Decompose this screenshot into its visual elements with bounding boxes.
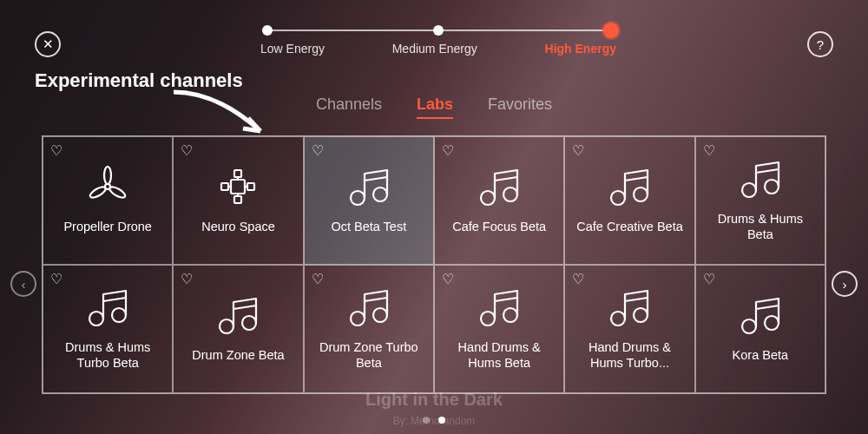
channel-label: Drum Zone Beta — [187, 347, 289, 363]
channel-label: Hand Drums & Hums Turbo... — [569, 339, 690, 371]
neuro-icon — [216, 163, 260, 210]
channel-label: Propeller Drone — [58, 219, 157, 234]
svg-line-30 — [233, 306, 256, 309]
svg-rect-7 — [221, 183, 228, 190]
channel-card[interactable]: ♡Cafe Creative Beta — [564, 136, 694, 265]
svg-point-35 — [503, 308, 517, 322]
svg-point-40 — [742, 319, 756, 333]
music-icon — [214, 292, 261, 339]
svg-point-13 — [351, 191, 365, 205]
svg-point-26 — [112, 308, 126, 322]
channel-card[interactable]: ♡Propeller Drone — [43, 136, 173, 265]
channel-card[interactable]: ♡Cafe Focus Beta — [434, 136, 564, 265]
channel-label: Hand Drums & Hums Beta — [438, 339, 560, 371]
slider-label-medium: Medium Energy — [392, 42, 477, 56]
channel-label: Kora Beta — [727, 347, 794, 363]
svg-line-42 — [756, 306, 779, 309]
next-page-button[interactable]: › — [832, 271, 858, 297]
svg-line-33 — [365, 298, 387, 301]
channel-label: Drums & Hums Beta — [700, 211, 821, 242]
svg-line-18 — [495, 177, 517, 181]
channel-card[interactable]: ♡Drum Zone Turbo Beta — [304, 265, 434, 393]
channel-card[interactable]: ♡Drums & Hums Turbo Beta — [43, 265, 173, 393]
svg-point-17 — [503, 187, 517, 201]
music-icon — [606, 163, 653, 210]
favorite-icon[interactable]: ♡ — [572, 271, 584, 287]
propeller-icon — [86, 163, 129, 210]
slider-stop-low[interactable] — [262, 25, 273, 36]
svg-line-27 — [103, 298, 126, 301]
slider-stop-high[interactable] — [603, 23, 619, 38]
favorite-icon[interactable]: ♡ — [442, 271, 454, 287]
music-icon — [476, 284, 523, 331]
channel-card[interactable]: ♡Oct Beta Test — [304, 136, 434, 265]
channel-card[interactable]: ♡Hand Drums & Hums Beta — [434, 265, 564, 393]
svg-point-38 — [634, 308, 648, 322]
prev-page-button[interactable]: ‹ — [10, 271, 36, 297]
channel-card[interactable]: ♡Drums & Hums Beta — [695, 136, 825, 265]
channel-label: Drum Zone Turbo Beta — [308, 339, 430, 371]
favorite-icon[interactable]: ♡ — [50, 271, 62, 287]
channel-grid: ♡Propeller Drone♡Neuro Space♡Oct Beta Te… — [42, 135, 826, 394]
svg-point-29 — [242, 316, 256, 330]
pager-dot[interactable] — [423, 417, 430, 424]
channel-label: Drums & Hums Turbo Beta — [47, 339, 168, 371]
favorite-icon[interactable]: ♡ — [703, 142, 715, 159]
svg-line-39 — [625, 298, 648, 301]
svg-point-32 — [373, 308, 387, 322]
music-icon — [345, 284, 392, 331]
slider-stop-medium[interactable] — [433, 25, 444, 36]
favorite-icon[interactable]: ♡ — [181, 271, 193, 287]
favorite-icon[interactable]: ♡ — [312, 142, 324, 159]
music-icon — [84, 284, 131, 331]
music-icon — [476, 163, 523, 210]
svg-point-20 — [634, 187, 648, 201]
close-button[interactable]: ✕ — [35, 31, 61, 57]
tab-bar: ChannelsLabsFavorites — [0, 95, 868, 119]
channel-card[interactable]: ♡Hand Drums & Hums Turbo... — [564, 265, 694, 393]
svg-rect-8 — [247, 183, 254, 190]
energy-slider[interactable]: Low Energy Medium Energy High Energy — [260, 24, 616, 56]
svg-point-16 — [481, 191, 495, 205]
tab-favorites[interactable]: Favorites — [488, 95, 552, 119]
svg-line-24 — [756, 169, 779, 173]
help-button[interactable]: ? — [807, 31, 833, 57]
favorite-icon[interactable]: ♡ — [50, 142, 62, 159]
svg-point-31 — [351, 312, 365, 326]
svg-point-19 — [611, 191, 625, 205]
svg-line-36 — [495, 298, 517, 301]
music-icon — [606, 284, 653, 331]
pager-dot[interactable] — [438, 417, 445, 424]
svg-point-41 — [765, 316, 779, 330]
music-icon — [737, 155, 784, 202]
svg-rect-5 — [234, 170, 241, 177]
channel-label: Neuro Space — [196, 219, 280, 234]
channel-label: Oct Beta Test — [326, 219, 411, 234]
channel-card[interactable]: ♡Neuro Space — [173, 136, 303, 265]
svg-point-23 — [765, 180, 779, 194]
favorite-icon[interactable]: ♡ — [703, 271, 715, 287]
svg-rect-4 — [231, 180, 245, 194]
channel-label: Cafe Creative Beta — [571, 219, 688, 234]
svg-point-34 — [481, 312, 495, 326]
music-icon — [345, 163, 392, 210]
svg-point-14 — [373, 187, 387, 201]
slider-label-high: High Energy — [545, 42, 616, 56]
channel-label: Cafe Focus Beta — [447, 219, 551, 234]
channel-card[interactable]: ♡Drum Zone Beta — [173, 265, 303, 393]
svg-point-1 — [104, 167, 111, 184]
slider-label-low: Low Energy — [260, 42, 325, 56]
svg-point-2 — [108, 185, 127, 200]
svg-point-3 — [89, 185, 107, 200]
svg-point-22 — [742, 183, 756, 197]
channel-card[interactable]: ♡Kora Beta — [695, 265, 825, 393]
favorite-icon[interactable]: ♡ — [181, 142, 193, 159]
tab-channels[interactable]: Channels — [316, 95, 382, 119]
tab-labs[interactable]: Labs — [417, 95, 453, 119]
favorite-icon[interactable]: ♡ — [442, 142, 454, 159]
svg-point-25 — [89, 312, 103, 326]
favorite-icon[interactable]: ♡ — [312, 271, 324, 287]
svg-line-15 — [365, 177, 387, 181]
svg-point-37 — [611, 312, 625, 326]
favorite-icon[interactable]: ♡ — [572, 142, 584, 159]
